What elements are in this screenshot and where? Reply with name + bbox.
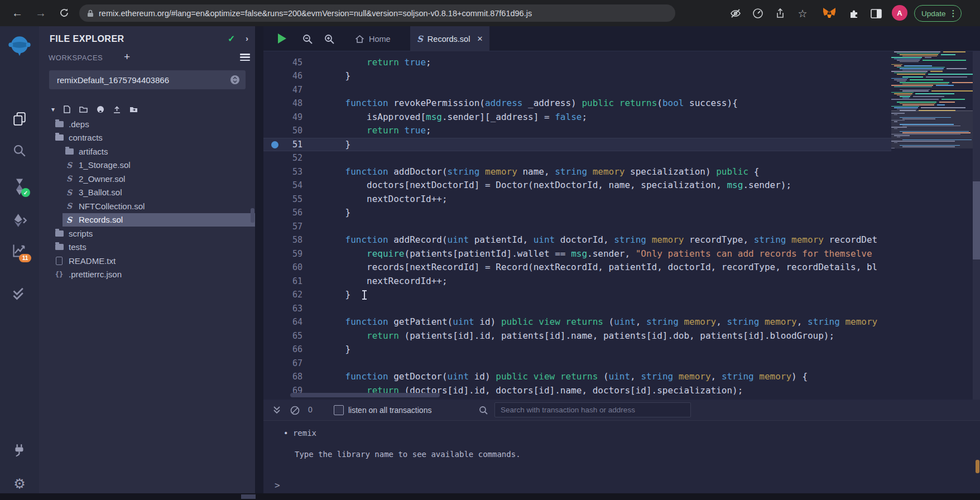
tree-item-3-ballot-sol[interactable]: S3_Ballot.sol <box>39 186 255 200</box>
line-number[interactable]: 47 <box>263 83 318 97</box>
line-number[interactable]: 63 <box>263 302 318 316</box>
tree-item-nftcollection-sol[interactable]: SNFTCollection.sol <box>39 199 255 213</box>
code-line-59[interactable]: 59 require(patients[patientId].wallet ==… <box>263 247 891 261</box>
remix-logo-icon[interactable] <box>0 35 39 57</box>
tree-item-1-storage-sol[interactable]: S1_Storage.sol <box>39 158 255 172</box>
new-folder-icon[interactable] <box>79 106 88 113</box>
code-line-48[interactable]: 48 function revokePermission(address _ad… <box>263 97 891 110</box>
code-line-49[interactable]: 49 isApproved[msg.sender][_address] = fa… <box>263 110 891 124</box>
line-number[interactable]: 48 <box>263 97 318 110</box>
upload-icon[interactable] <box>113 106 121 113</box>
back-icon[interactable]: ← <box>9 4 26 21</box>
run-script-icon[interactable] <box>278 33 286 44</box>
terminal-prompt[interactable]: > <box>275 480 280 491</box>
panel-chevron-right-icon[interactable]: › <box>246 33 248 43</box>
tree-item-tests[interactable]: tests <box>39 241 255 254</box>
line-number[interactable]: 65 <box>263 329 318 343</box>
code-line-51[interactable]: 51 } <box>263 138 891 152</box>
zoom-out-icon[interactable] <box>300 32 315 46</box>
workspace-dropdown-icon[interactable] <box>230 75 240 85</box>
code-line-47[interactable]: 47 <box>263 83 891 97</box>
horizontal-scrollbar-thumb[interactable] <box>290 393 440 397</box>
terminal-scrollbar-thumb[interactable] <box>976 460 979 473</box>
vertical-scrollbar-thumb[interactable] <box>973 181 980 259</box>
zoom-in-icon[interactable] <box>322 32 337 46</box>
breakpoint-dot[interactable] <box>271 141 278 148</box>
code-line-54[interactable]: 54 doctors[nextDoctorId] = Doctor(nextDo… <box>263 179 891 193</box>
import-folder-icon[interactable] <box>129 106 138 113</box>
code-line-67[interactable]: 67 <box>263 357 891 371</box>
listen-checkbox[interactable] <box>334 405 344 415</box>
code-line-53[interactable]: 53 function addDoctor(string memory name… <box>263 165 891 179</box>
file-explorer-icon[interactable] <box>0 108 39 130</box>
line-number[interactable]: 46 <box>263 69 318 83</box>
line-number[interactable]: 57 <box>263 220 318 234</box>
line-number[interactable]: 53 <box>263 165 318 179</box>
tree-item-2-owner-sol[interactable]: S2_Owner.sol <box>39 172 255 186</box>
panel-scrollbar-thumb[interactable] <box>251 208 254 223</box>
workspace-select[interactable]: remixDefault_1675794403866 <box>49 70 246 89</box>
forward-icon[interactable]: → <box>32 4 49 21</box>
url-bar[interactable]: remix.ethereum.org/#lang=en&optimize=fal… <box>79 4 675 22</box>
line-number[interactable]: 62 <box>263 288 318 302</box>
line-number[interactable]: 61 <box>263 275 318 289</box>
code-line-50[interactable]: 50 return true; <box>263 124 891 138</box>
line-number[interactable]: 58 <box>263 233 318 247</box>
code-line-45[interactable]: 45 return true; <box>263 56 891 70</box>
code-line-57[interactable]: 57 <box>263 220 891 234</box>
performance-icon[interactable] <box>751 7 765 20</box>
plugin-chart-icon[interactable]: 11 <box>0 239 39 262</box>
tree-item-records-sol[interactable]: SRecords.sol <box>39 213 255 227</box>
panel-resize-gutter[interactable] <box>255 26 263 493</box>
code-line-68[interactable]: 68 function getDoctor(uint id) public vi… <box>263 370 891 384</box>
eye-off-icon[interactable] <box>729 7 742 20</box>
code-line-65[interactable]: 65 return (patients[id].id, patients[id]… <box>263 329 891 343</box>
minimap-viewport[interactable] <box>891 110 973 148</box>
tree-item-contracts[interactable]: contracts <box>39 131 255 145</box>
tab-records-sol[interactable]: S Records.sol ✕ <box>410 26 489 51</box>
tree-item-readme-txt[interactable]: README.txt <box>39 254 255 268</box>
line-number[interactable]: 60 <box>263 261 318 275</box>
browser-profile-avatar[interactable]: A <box>892 5 907 21</box>
line-number[interactable]: 68 <box>263 370 318 384</box>
add-workspace-icon[interactable]: + <box>124 51 130 63</box>
code-line-62[interactable]: 62 } <box>263 288 891 302</box>
line-number[interactable]: 50 <box>263 124 318 138</box>
code-line-46[interactable]: 46 } <box>263 69 891 83</box>
terminal-collapse-icon[interactable] <box>270 403 284 417</box>
terminal-clear-icon[interactable] <box>288 403 301 417</box>
bookmark-star-icon[interactable]: ☆ <box>796 7 809 20</box>
browser-update-button[interactable]: Update ⋮ <box>914 5 962 22</box>
line-number[interactable]: 54 <box>263 179 318 193</box>
tree-item-scripts[interactable]: scripts <box>39 227 255 241</box>
search-icon[interactable] <box>0 140 39 162</box>
line-number[interactable]: 44 <box>263 51 318 56</box>
code-editor[interactable]: 4445 return true;46 }4748 function revok… <box>263 51 980 400</box>
code-line-60[interactable]: 60 records[nextRecordId] = Record(nextRe… <box>263 261 891 275</box>
line-number[interactable]: 45 <box>263 56 318 70</box>
line-number[interactable]: 64 <box>263 315 318 329</box>
code-line-44[interactable]: 44 <box>263 51 891 56</box>
transaction-search-input[interactable] <box>494 402 691 417</box>
unit-testing-icon[interactable] <box>0 282 39 304</box>
deploy-run-icon[interactable] <box>0 209 39 232</box>
code-line-61[interactable]: 61 nextRecordId++; <box>263 275 891 289</box>
code-line-66[interactable]: 66 } <box>263 343 891 357</box>
code-line-63[interactable]: 63 <box>263 302 891 316</box>
collapse-caret-icon[interactable]: ▾ <box>51 105 55 113</box>
browser-menu-icon[interactable]: ⋮ <box>949 8 958 18</box>
extensions-puzzle-icon[interactable] <box>847 7 861 20</box>
share-icon[interactable] <box>774 7 787 20</box>
code-line-52[interactable]: 52 <box>263 151 891 165</box>
tree-item-artifacts[interactable]: artifacts <box>39 145 255 158</box>
metamask-icon[interactable] <box>823 7 836 20</box>
github-icon[interactable] <box>97 105 104 113</box>
tree-item--prettierrc-json[interactable]: {}.prettierrc.json <box>39 268 255 282</box>
line-number[interactable]: 49 <box>263 110 318 124</box>
code-line-56[interactable]: 56 } <box>263 206 891 220</box>
tab-home[interactable]: Home <box>348 26 397 51</box>
new-file-icon[interactable] <box>64 105 70 113</box>
code-line-64[interactable]: 64 function getPatient(uint id) public v… <box>263 315 891 329</box>
line-number[interactable]: 59 <box>263 247 318 261</box>
close-tab-icon[interactable]: ✕ <box>477 35 483 43</box>
